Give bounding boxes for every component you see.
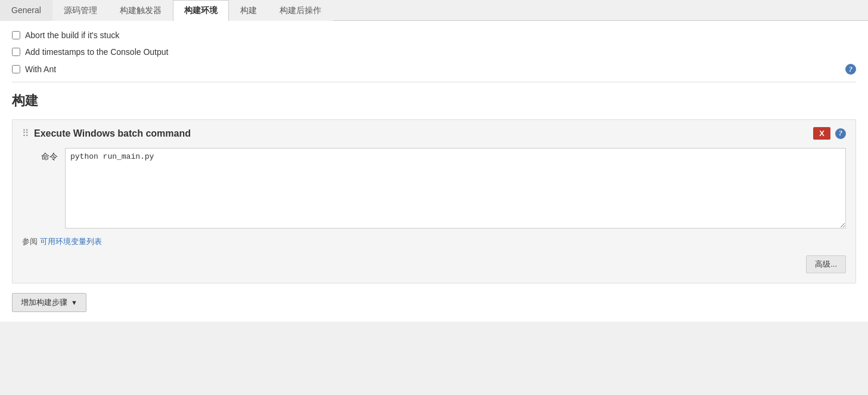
build-card-header: ⠿ Execute Windows batch command X ?	[22, 127, 846, 140]
abort-stuck-label: Abort the build if it's stuck	[25, 30, 119, 40]
build-card: ⠿ Execute Windows batch command X ? 命令 参…	[12, 119, 856, 283]
with-ant-label: With Ant	[25, 64, 56, 74]
ref-link[interactable]: 可用环境变量列表	[40, 237, 102, 246]
add-timestamps-checkbox[interactable]	[12, 48, 20, 56]
tab-build[interactable]: 构建	[229, 0, 268, 21]
tab-bar: General 源码管理 构建触发器 构建环境 构建 构建后操作	[0, 0, 868, 21]
card-top-right: X ?	[813, 127, 846, 140]
build-section-title: 构建	[12, 92, 856, 110]
dropdown-arrow-icon: ▼	[71, 299, 78, 306]
ref-text: 参阅	[22, 237, 38, 246]
command-input[interactable]	[65, 148, 846, 229]
with-ant-help-icon[interactable]: ?	[845, 64, 856, 75]
tab-general[interactable]: General	[0, 0, 52, 21]
add-timestamps-row: Add timestamps to the Console Output	[12, 47, 856, 57]
advanced-row: 高级...	[22, 255, 846, 273]
section-divider	[12, 82, 856, 82]
add-step-button[interactable]: 增加构建步骤 ▼	[12, 293, 86, 312]
build-card-title-row: ⠿ Execute Windows batch command	[22, 128, 191, 139]
drag-handle-icon[interactable]: ⠿	[22, 128, 29, 139]
build-card-title: Execute Windows batch command	[34, 128, 191, 139]
add-step-row: 增加构建步骤 ▼	[12, 293, 856, 312]
ref-row: 参阅 可用环境变量列表	[22, 236, 846, 247]
delete-button[interactable]: X	[813, 127, 830, 140]
with-ant-checkbox[interactable]	[12, 65, 20, 73]
tab-build-trigger[interactable]: 构建触发器	[108, 0, 173, 21]
advanced-button[interactable]: 高级...	[806, 255, 846, 273]
tab-source-mgmt[interactable]: 源码管理	[52, 0, 108, 21]
with-ant-row: With Ant ?	[12, 64, 856, 75]
add-step-button-label: 增加构建步骤	[21, 297, 67, 308]
build-card-help-icon[interactable]: ?	[835, 128, 846, 139]
command-label: 命令	[22, 148, 58, 162]
main-content: Abort the build if it's stuck Add timest…	[0, 21, 868, 322]
with-ant-left: With Ant	[12, 64, 56, 74]
abort-stuck-row: Abort the build if it's stuck	[12, 30, 856, 40]
command-form-row: 命令	[22, 148, 846, 230]
tab-build-env[interactable]: 构建环境	[173, 0, 229, 21]
abort-stuck-checkbox[interactable]	[12, 31, 20, 39]
tab-post-build[interactable]: 构建后操作	[268, 0, 333, 21]
add-timestamps-label: Add timestamps to the Console Output	[25, 47, 168, 57]
command-control-area	[65, 148, 846, 230]
